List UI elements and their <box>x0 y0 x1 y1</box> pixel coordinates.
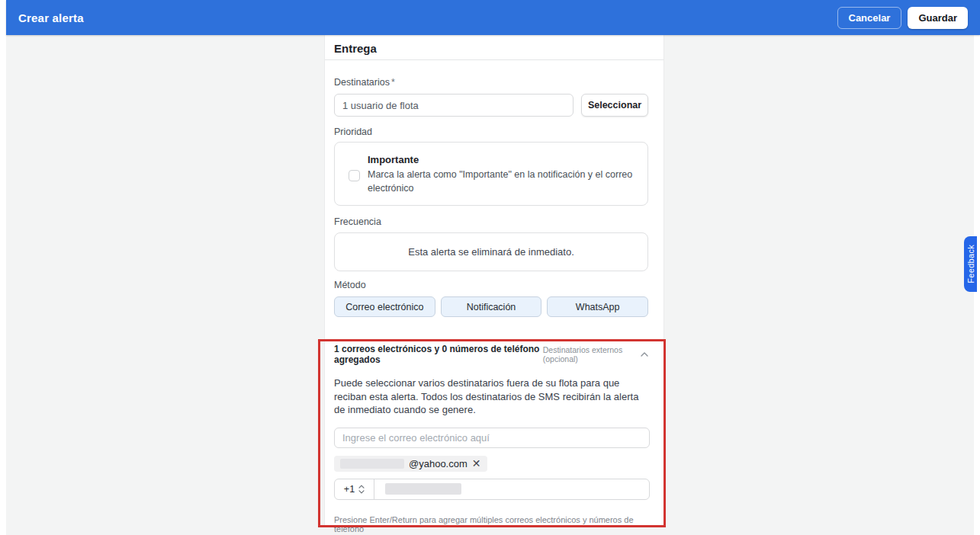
section-title: Entrega <box>334 42 654 55</box>
frequency-message: Esta alerta se eliminará de inmediato. <box>408 246 574 258</box>
cancel-button[interactable]: Cancelar <box>837 7 902 29</box>
card-body: Destinatarios* 1 usuario de flota Selecc… <box>325 77 664 533</box>
redacted-phone-number <box>385 483 461 495</box>
external-email-input[interactable] <box>334 428 650 448</box>
topbar: Crear alerta Cancelar Guardar <box>6 0 980 35</box>
external-recipients-description: Puede seleccionar varios destinatarios f… <box>334 376 647 417</box>
select-recipients-button[interactable]: Seleccionar <box>581 94 648 117</box>
email-chip: @yahoo.com ✕ <box>334 456 487 472</box>
external-recipients-header: 1 correos electrónicos y 0 números de te… <box>334 344 648 365</box>
method-label: Método <box>334 280 648 290</box>
save-button[interactable]: Guardar <box>908 7 968 29</box>
method-whatsapp-button[interactable]: WhatsApp <box>547 296 648 317</box>
external-recipients-toggle-label: Destinatarios externos (opcional) <box>543 345 637 364</box>
feedback-tab[interactable]: Feedback <box>964 236 977 292</box>
topbar-actions: Cancelar Guardar <box>837 7 969 29</box>
country-code-value: +1 <box>344 484 355 495</box>
recipients-row: 1 usuario de flota Seleccionar <box>334 94 648 117</box>
method-notification-button[interactable]: Notificación <box>441 296 542 317</box>
chevron-up-icon <box>641 352 648 357</box>
external-phone-input[interactable]: +1 <box>334 479 650 500</box>
external-recipients-summary: 1 correos electrónicos y 0 números de te… <box>334 344 543 365</box>
redacted-email-name <box>340 459 404 469</box>
feedback-tab-label: Feedback <box>966 245 975 284</box>
required-asterisk: * <box>391 77 395 88</box>
remove-email-icon[interactable]: ✕ <box>472 458 481 469</box>
updown-chevrons-icon <box>358 485 365 494</box>
email-chip-domain: @yahoo.com <box>409 458 468 469</box>
page-title: Crear alerta <box>18 11 84 24</box>
priority-label: Prioridad <box>334 127 648 137</box>
priority-option-description: Marca la alerta como "Importante" en la … <box>368 168 636 195</box>
country-code-select[interactable]: +1 <box>335 479 374 499</box>
important-checkbox[interactable] <box>349 170 360 181</box>
email-chip-row: @yahoo.com ✕ <box>334 456 648 472</box>
method-email-button[interactable]: Correo electrónico <box>334 296 435 317</box>
card-header: Entrega <box>325 35 664 60</box>
priority-option-box: Importante Marca la alerta como "Importa… <box>334 142 648 206</box>
phone-value-area <box>374 479 649 499</box>
frequency-message-box: Esta alerta se eliminará de inmediato. <box>334 232 648 271</box>
priority-texts: Importante Marca la alerta como "Importa… <box>368 154 637 205</box>
priority-option-title: Importante <box>368 154 637 165</box>
method-row: Correo electrónico Notificación WhatsApp <box>334 296 648 317</box>
frequency-label: Frecuencia <box>334 216 648 227</box>
external-recipients-toggle[interactable]: Destinatarios externos (opcional) <box>543 345 648 364</box>
recipients-value-field[interactable]: 1 usuario de flota <box>334 94 574 117</box>
recipients-label: Destinatarios* <box>334 77 648 88</box>
external-recipients-helper: Presione Enter/Return para agregar múlti… <box>334 515 648 533</box>
delivery-card: Entrega Destinatarios* 1 usuario de flot… <box>324 35 664 527</box>
